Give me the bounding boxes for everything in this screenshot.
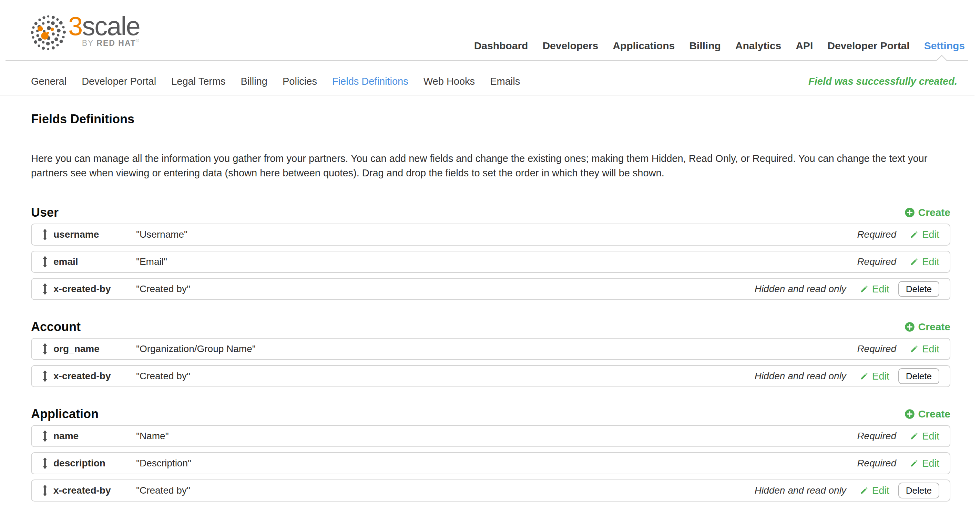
- delete-button[interactable]: Delete: [898, 483, 939, 499]
- create-button[interactable]: Create: [905, 408, 950, 420]
- field-quoted-label: "Created by": [136, 371, 190, 382]
- edit-button-label: Edit: [872, 371, 889, 382]
- edit-button-label: Edit: [922, 458, 939, 469]
- field-quoted-label: "Name": [136, 430, 169, 441]
- drag-handle-icon[interactable]: [42, 343, 48, 355]
- create-button-label: Create: [918, 207, 950, 218]
- edit-button[interactable]: Edit: [859, 485, 889, 496]
- subnav-item-emails[interactable]: Emails: [490, 76, 520, 87]
- top-nav-item-developer-portal[interactable]: Developer Portal: [827, 40, 909, 52]
- top-nav-item-api[interactable]: API: [795, 40, 813, 52]
- field-status: Required: [857, 229, 896, 240]
- drag-handle-icon[interactable]: [42, 430, 48, 442]
- section-rows: org_name "Organization/Group Name" Requi…: [31, 338, 950, 387]
- field-status: Required: [857, 343, 896, 354]
- section-header: Application Create: [31, 407, 950, 421]
- field-quoted-label: "Created by": [136, 485, 190, 496]
- field-name: description: [53, 458, 136, 469]
- section-rows: name "Name" Required Edit description "D…: [31, 425, 950, 502]
- pencil-icon: [909, 344, 919, 354]
- field-status: Required: [857, 256, 896, 267]
- top-nav-item-applications[interactable]: Applications: [612, 40, 675, 52]
- edit-button[interactable]: Edit: [909, 256, 939, 268]
- field-quoted-label: "Email": [136, 256, 167, 267]
- edit-button-label: Edit: [922, 430, 939, 442]
- drag-handle-icon[interactable]: [42, 256, 48, 268]
- plus-circle-icon: [905, 207, 915, 218]
- drag-handle-icon[interactable]: [42, 283, 48, 295]
- section-title: Account: [31, 320, 81, 334]
- app-header: 3scale BY RED HAT® DashboardDevelopersAp…: [0, 0, 980, 60]
- field-row: x-created-by "Created by" Hidden and rea…: [31, 278, 950, 300]
- field-name: username: [53, 229, 136, 240]
- section-header: User Create: [31, 206, 950, 219]
- section-title: Application: [31, 407, 99, 421]
- pencil-icon: [909, 230, 919, 240]
- create-button-label: Create: [918, 408, 950, 420]
- subnav-item-policies[interactable]: Policies: [283, 76, 317, 87]
- delete-button[interactable]: Delete: [898, 368, 939, 384]
- field-name: org_name: [53, 343, 136, 354]
- pencil-icon: [859, 486, 869, 495]
- top-nav-item-developers[interactable]: Developers: [542, 40, 598, 52]
- field-quoted-label: "Created by": [136, 284, 190, 295]
- field-row: org_name "Organization/Group Name" Requi…: [31, 338, 950, 360]
- field-name: x-created-by: [53, 284, 136, 295]
- field-row: name "Name" Required Edit: [31, 425, 950, 447]
- field-quoted-label: "Description": [136, 458, 191, 469]
- field-section-user: User Create username "Username" Required: [31, 206, 950, 300]
- subnav-item-billing[interactable]: Billing: [241, 76, 267, 87]
- field-sections: User Create username "Username" Required: [31, 206, 950, 502]
- header-divider: [5, 60, 968, 60]
- delete-button[interactable]: Delete: [898, 281, 939, 297]
- top-nav-item-analytics[interactable]: Analytics: [735, 40, 781, 52]
- settings-subnav: GeneralDeveloper PortalLegal TermsBillin…: [31, 76, 520, 87]
- pencil-icon: [909, 431, 919, 441]
- field-row: email "Email" Required Edit: [31, 251, 950, 273]
- field-status: Hidden and read only: [755, 371, 846, 382]
- section-header: Account Create: [31, 320, 950, 334]
- subnav-item-fields-definitions[interactable]: Fields Definitions: [332, 76, 408, 87]
- edit-button-label: Edit: [922, 256, 939, 268]
- plus-circle-icon: [905, 409, 915, 419]
- logo-3scale[interactable]: 3scale BY RED HAT®: [30, 13, 140, 51]
- edit-button[interactable]: Edit: [909, 229, 939, 240]
- edit-button[interactable]: Edit: [909, 430, 939, 442]
- drag-handle-icon[interactable]: [42, 457, 48, 469]
- top-nav-item-settings[interactable]: Settings: [924, 40, 965, 52]
- drag-handle-icon[interactable]: [42, 370, 48, 382]
- section-title: User: [31, 206, 59, 219]
- subnav-item-web-hooks[interactable]: Web Hooks: [423, 76, 475, 87]
- field-row: x-created-by "Created by" Hidden and rea…: [31, 479, 950, 502]
- field-name: email: [53, 256, 136, 267]
- subnav-item-general[interactable]: General: [31, 76, 67, 87]
- subnav-item-legal-terms[interactable]: Legal Terms: [171, 76, 225, 87]
- field-row: description "Description" Required Edit: [31, 452, 950, 474]
- top-nav: DashboardDevelopersApplicationsBillingAn…: [474, 40, 965, 52]
- pencil-icon: [859, 372, 869, 381]
- page: 3scale BY RED HAT® DashboardDevelopersAp…: [0, 0, 980, 516]
- create-button[interactable]: Create: [905, 321, 950, 333]
- field-name: name: [53, 430, 136, 441]
- page-title: Fields Definitions: [31, 112, 950, 126]
- field-name: x-created-by: [53, 371, 136, 382]
- drag-handle-icon[interactable]: [42, 485, 48, 496]
- edit-button[interactable]: Edit: [859, 371, 889, 382]
- field-name: x-created-by: [53, 485, 136, 496]
- pencil-icon: [909, 257, 919, 267]
- logo-byline: BY RED HAT®: [82, 38, 140, 48]
- top-nav-item-dashboard[interactable]: Dashboard: [474, 40, 528, 52]
- field-section-application: Application Create name "Name" Required: [31, 407, 950, 502]
- section-rows: username "Username" Required Edit email …: [31, 224, 950, 300]
- subnav-item-developer-portal[interactable]: Developer Portal: [82, 76, 156, 87]
- field-quoted-label: "Username": [136, 229, 188, 240]
- drag-handle-icon[interactable]: [42, 229, 48, 240]
- edit-button[interactable]: Edit: [909, 343, 939, 355]
- field-row: x-created-by "Created by" Hidden and rea…: [31, 365, 950, 387]
- edit-button[interactable]: Edit: [909, 458, 939, 469]
- edit-button[interactable]: Edit: [859, 284, 889, 295]
- top-nav-item-billing[interactable]: Billing: [689, 40, 721, 52]
- create-button[interactable]: Create: [905, 207, 950, 218]
- field-quoted-label: "Organization/Group Name": [136, 343, 256, 354]
- edit-button-label: Edit: [872, 485, 889, 496]
